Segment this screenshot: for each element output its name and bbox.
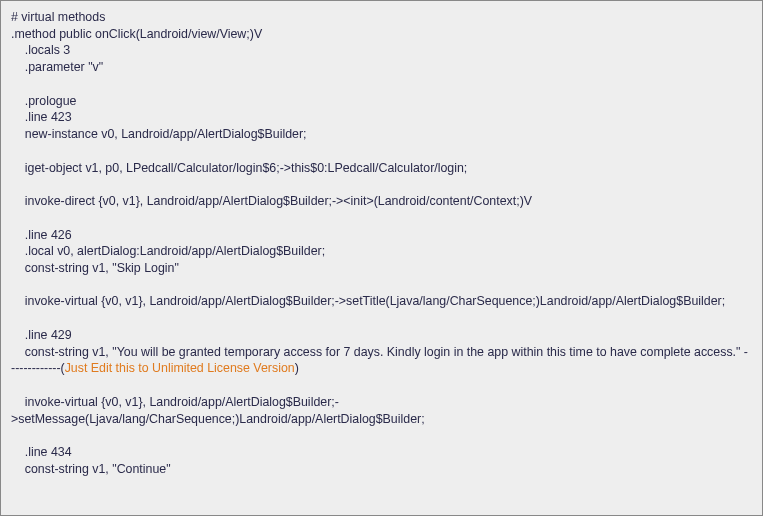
code-line: .local v0, alertDialog:Landroid/app/Aler… (11, 244, 325, 258)
code-line: .parameter "v" (11, 60, 103, 74)
code-line: .line 434 (11, 445, 72, 459)
code-line: new-instance v0, Landroid/app/AlertDialo… (11, 127, 307, 141)
code-line: invoke-virtual {v0, v1}, Landroid/app/Al… (11, 294, 725, 308)
code-block: # virtual methods .method public onClick… (0, 0, 763, 516)
code-line: const-string v1, "Continue" (11, 462, 171, 476)
code-line: invoke-virtual {v0, v1}, Landroid/app/Al… (11, 395, 425, 426)
code-line: invoke-direct {v0, v1}, Landroid/app/Ale… (11, 194, 532, 208)
code-line: .prologue (11, 94, 76, 108)
code-line: .locals 3 (11, 43, 70, 57)
code-line: const-string v1, "Skip Login" (11, 261, 179, 275)
annotation-highlight: Just Edit this to Unlimited License Vers… (65, 361, 295, 375)
code-line: .line 423 (11, 110, 72, 124)
code-line: iget-object v1, p0, LPedcall/Calculator/… (11, 161, 467, 175)
code-line: .method public onClick(Landroid/view/Vie… (11, 27, 262, 41)
code-line: # virtual methods (11, 10, 105, 24)
code-line: .line 426 (11, 228, 72, 242)
code-line: .line 429 (11, 328, 72, 342)
code-line: ) (295, 361, 299, 375)
